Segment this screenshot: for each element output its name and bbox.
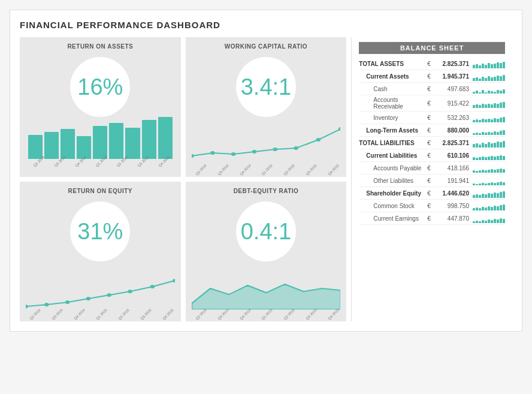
mini-bar	[503, 102, 505, 108]
mini-bar	[473, 144, 475, 148]
bs-mini-bars	[473, 113, 505, 122]
mini-bar	[488, 119, 490, 122]
bs-row: Common Stock€998.750	[359, 200, 505, 212]
bs-label: Current Liabilities	[359, 152, 425, 159]
mini-bar	[485, 194, 487, 198]
mini-bar	[482, 119, 484, 122]
bs-value: 418.166	[433, 165, 469, 172]
mini-bar	[503, 62, 505, 68]
mini-bar	[503, 182, 505, 185]
bs-value: 532.263	[433, 115, 469, 121]
mini-bar	[482, 207, 484, 210]
mini-bar	[479, 208, 481, 210]
mini-bar	[488, 63, 490, 68]
x-label: Q1 2015	[95, 308, 108, 321]
mini-bar	[494, 103, 496, 108]
mini-bar	[479, 145, 481, 148]
mini-bar	[497, 132, 499, 135]
bs-value: 2.825.371	[433, 140, 469, 146]
mini-bar	[479, 65, 481, 68]
mini-bar	[485, 221, 487, 223]
bs-row: Current Earnings€447.870	[359, 212, 505, 225]
roa-panel: RETURN ON ASSETS 16% Q2 2014Q3 2014Q4 20…	[20, 37, 181, 177]
bs-currency: €	[425, 165, 433, 172]
mini-bar	[479, 133, 481, 135]
roe-panel: RETURN ON EQUITY 31% Q2 2014Q3 2014Q4 20…	[20, 182, 181, 321]
roe-x-labels: Q2 2014Q3 2014Q4 2014Q1 2015Q2 2015Q3 20…	[26, 313, 175, 317]
mini-bar	[473, 78, 475, 81]
x-label: Q3 2015	[140, 308, 152, 321]
bs-row: Accounts Receivable€915.422	[359, 95, 505, 112]
mini-bar	[494, 92, 496, 94]
x-label: Q3 2015	[306, 308, 318, 321]
bs-row: TOTAL ASSETS€2.825.371	[359, 58, 505, 70]
mini-bar	[476, 119, 478, 122]
mini-bar	[476, 194, 478, 198]
bs-row: Cash€497.683	[359, 83, 505, 95]
mini-bar	[476, 104, 478, 108]
mini-bar	[482, 194, 484, 198]
mini-bar	[494, 64, 496, 68]
mini-bar	[488, 219, 490, 223]
mini-bar	[497, 90, 499, 94]
mini-bar	[485, 104, 487, 108]
bs-currency: €	[425, 127, 433, 134]
bs-row: Current Liabilities€610.106	[359, 149, 505, 162]
svg-point-12	[107, 293, 111, 297]
bs-row: TOTAL LIABILITIES€2.825.371	[359, 137, 505, 149]
bs-mini-bars	[473, 188, 505, 198]
mini-bar	[503, 117, 505, 122]
mini-bar	[497, 76, 499, 81]
svg-point-13	[128, 290, 132, 293]
balance-sheet-rows: TOTAL ASSETS€2.825.371Current Assets€1.9…	[359, 58, 505, 225]
mini-bar	[473, 65, 475, 68]
roe-title: RETURN ON EQUITY	[68, 188, 132, 194]
wcr-x-labels: Q2 2014Q3 2014Q4 2014Q1 2015Q2 2015Q3 20…	[192, 169, 341, 172]
mini-bar	[503, 204, 505, 210]
mini-bar	[503, 219, 505, 223]
roe-circle: 31%	[70, 201, 130, 261]
mini-bar	[485, 78, 487, 81]
x-label: Q3 2014	[217, 308, 229, 321]
mini-bar	[482, 64, 484, 68]
balance-sheet-title: BALANCE SHEET	[359, 42, 505, 54]
mini-bar	[476, 143, 478, 148]
mini-bar	[476, 133, 478, 135]
mini-bar	[482, 183, 484, 185]
bs-label: Common Stock	[359, 203, 425, 209]
mini-bar	[476, 77, 478, 81]
mini-bar	[479, 120, 481, 122]
mini-bar	[491, 143, 493, 148]
x-label: Q1 2015	[261, 164, 274, 176]
mini-bar	[485, 133, 487, 135]
der-title: DEBT-EQUITY RATIO	[234, 188, 299, 194]
mini-bar	[485, 144, 487, 148]
mini-bar	[497, 104, 499, 108]
mini-bar	[503, 191, 505, 198]
bs-label: TOTAL ASSETS	[359, 61, 425, 67]
mini-bar	[494, 143, 496, 148]
mini-bar	[500, 169, 502, 173]
svg-point-15	[173, 279, 175, 282]
mini-bar	[476, 171, 478, 173]
mini-bar	[473, 157, 475, 160]
main-grid: RETURN ON ASSETS 16% Q2 2014Q3 2014Q4 20…	[20, 37, 512, 321]
mini-bar	[497, 206, 499, 210]
bs-value: 191.941	[433, 178, 469, 184]
bs-mini-bars	[473, 59, 505, 68]
mini-bar	[488, 170, 490, 173]
mini-bar	[473, 120, 475, 122]
mini-bar	[497, 156, 499, 160]
bs-currency: €	[425, 86, 433, 92]
bs-currency: €	[425, 140, 433, 146]
bs-row: Current Assets€1.945.371	[359, 70, 505, 83]
x-label: Q3 2015	[306, 164, 318, 176]
mini-bar	[500, 155, 502, 160]
wcr-line-chart	[192, 123, 341, 165]
mini-bar	[494, 183, 496, 185]
mini-bar	[503, 75, 505, 81]
bs-value: 915.422	[433, 100, 469, 107]
bs-mini-bars	[473, 71, 505, 81]
mini-bar	[488, 76, 490, 81]
bs-mini-bars	[473, 213, 505, 223]
